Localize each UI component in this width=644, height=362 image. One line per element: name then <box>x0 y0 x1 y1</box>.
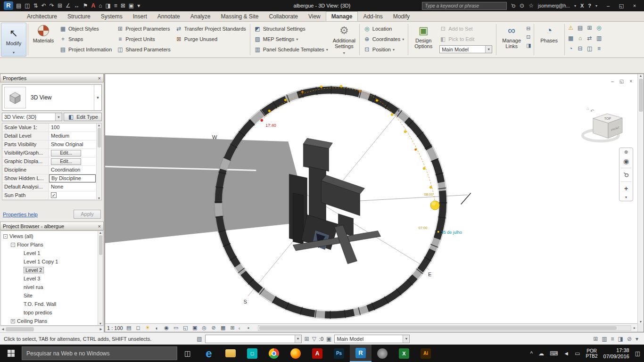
tree-item-nivel-rua[interactable]: nivel rua <box>1 283 103 291</box>
scroll-right-icon[interactable]: ► <box>99 327 103 331</box>
vcb-collapse-icon[interactable]: ‹ <box>239 325 240 331</box>
thin-lines-icon[interactable]: ≡ <box>114 2 117 9</box>
select-underlay-icon[interactable]: ▥ <box>602 336 607 342</box>
property-value[interactable]: Medium <box>49 132 96 140</box>
select-by-id-icon[interactable]: ⊞ <box>585 25 594 35</box>
sun-date-label[interactable]: 25 de julho <box>441 230 462 235</box>
worksets-caret-icon[interactable]: ▼ <box>295 335 301 343</box>
tab-architecture[interactable]: Architecture <box>22 11 62 21</box>
sun-path-icon[interactable]: ☀ <box>144 325 151 331</box>
sun-path-checkbox[interactable]: ✓ <box>51 192 57 198</box>
open-icon[interactable]: ▤ <box>16 2 21 9</box>
view-filter-select[interactable]: 3D View: {3D} ▼ <box>2 113 62 121</box>
pick-to-edit-button[interactable]: ◧ Pick to Edit <box>439 35 492 43</box>
macro-manager-icon[interactable]: ◎ <box>594 25 604 35</box>
selection-filter-icon[interactable]: ▽ <box>312 336 316 342</box>
aligned-dimension-icon[interactable]: ↔ <box>74 2 80 9</box>
default-3d-view-icon[interactable]: ⌂ <box>99 2 102 9</box>
minimize-button[interactable]: – <box>602 3 615 9</box>
browser-scrollbar[interactable]: ▲ ▼ <box>98 231 103 325</box>
expand-icon[interactable]: + <box>11 319 15 323</box>
viewcube[interactable]: ⌂ ↶ TOP FRONT <box>583 106 622 141</box>
crop-view-icon[interactable]: ▭ <box>173 325 180 331</box>
start-button[interactable] <box>0 345 22 362</box>
scroll-up-icon[interactable]: ▲ <box>99 231 102 234</box>
macro-security-icon[interactable]: ▦ <box>566 35 576 45</box>
tree-item-floor-plans[interactable]: - Floor Plans <box>1 240 103 249</box>
tray-volume-icon[interactable]: ◄ <box>563 350 569 357</box>
tab-add-ins[interactable]: Add-Ins <box>358 11 388 21</box>
detail-level-icon[interactable]: ▤ <box>125 325 132 331</box>
tray-cloud-icon[interactable]: ☁ <box>538 350 544 357</box>
edit-selection-icon[interactable]: ◨ <box>526 42 531 49</box>
select-by-face-icon[interactable]: ◨ <box>618 336 623 342</box>
additional-settings-button[interactable]: ⚙ Additional Settings ▾ <box>330 23 358 57</box>
tray-keyboard-icon[interactable]: ⌨ <box>550 350 558 357</box>
viewcube-home-icon[interactable]: ⌂ <box>586 106 589 111</box>
edit-type-button[interactable]: ◧ Edit Type <box>64 113 102 121</box>
snaps-button[interactable]: + Snaps <box>59 35 112 43</box>
viewport-vscrollbar[interactable]: ▲ ▼ <box>637 74 644 323</box>
tree-item-ceiling-plans[interactable]: + Ceiling Plans <box>1 317 103 325</box>
task-view-icon[interactable]: ◫ <box>177 349 198 358</box>
tab-systems[interactable]: Systems <box>96 11 128 21</box>
scale-label[interactable]: 1 : 100 <box>107 325 123 331</box>
transfer-project-standards-button[interactable]: ⇄ Transfer Project Standards <box>175 25 246 33</box>
project-browser-header[interactable]: Project Browser - albergue × <box>0 222 104 230</box>
tab-modify[interactable]: Modify <box>388 11 415 21</box>
list-tool-icon[interactable]: ≡ <box>594 45 604 56</box>
mep-settings-button[interactable]: ▨ MEP Settings ▾ <box>254 35 328 43</box>
property-value[interactable]: Show Original <box>49 140 96 148</box>
select-links-icon[interactable]: ⊞ <box>593 336 598 342</box>
taskbar-app-chrome[interactable] <box>263 345 285 362</box>
project-parameters-button[interactable]: ⊞ Project Parameters <box>116 25 170 33</box>
taskbar-app-acrobat[interactable]: A <box>306 345 328 362</box>
coordinates-button[interactable]: ⊕ Coordinates ▾ <box>363 35 404 43</box>
tab-annotate[interactable]: Annotate <box>152 11 185 21</box>
tray-expand-icon[interactable]: ^ <box>530 350 533 357</box>
taskbar-app-illustrator[interactable]: Ai <box>415 345 437 362</box>
view-close-icon[interactable]: × <box>629 79 632 84</box>
modify-button[interactable]: ↖ Modify <box>6 23 21 50</box>
crop-region-icon[interactable]: ◱ <box>182 325 189 331</box>
scroll-down-icon[interactable]: ▼ <box>98 197 101 200</box>
editable-only-icon[interactable]: ⊞ <box>305 336 309 342</box>
tab-analyze[interactable]: Analyze <box>185 11 216 21</box>
active-design-option-select[interactable]: Main Model ▼ <box>439 45 492 53</box>
section-icon[interactable]: ◨ <box>105 2 110 9</box>
scroll-up-icon[interactable]: ▲ <box>98 123 101 127</box>
properties-scrollbar[interactable]: ▲ ▼ <box>96 123 101 200</box>
language-indicator[interactable]: POR PTB2 <box>586 348 598 359</box>
view-filter-caret-icon[interactable]: ▼ <box>55 113 62 121</box>
tree-item-level-3[interactable]: Level 3 <box>1 274 103 283</box>
search-icon[interactable]: ⚲ <box>510 2 517 9</box>
type-selector[interactable]: 3D View ▼ <box>2 84 102 111</box>
properties-close-icon[interactable]: × <box>98 75 101 81</box>
load-selection-icon[interactable]: ⊡ <box>526 34 531 40</box>
sign-in-caret-icon[interactable]: ▾ <box>574 4 576 8</box>
purge-unused-button[interactable]: ⊠ Purge Unused <box>175 35 246 43</box>
position-button[interactable]: ⊡ Position ▾ <box>363 45 404 54</box>
worksets-select[interactable]: ▼ <box>205 335 302 343</box>
undo-icon[interactable]: ↶ <box>41 2 46 9</box>
tray-network-icon[interactable]: ▭ <box>575 350 580 357</box>
redo-icon[interactable]: ↷ <box>50 2 54 9</box>
tab-view[interactable]: View <box>303 11 326 21</box>
design-options-status-icon[interactable]: ▣ <box>326 336 331 342</box>
taskbar-app-edge[interactable]: e <box>198 345 220 362</box>
add-to-set-button[interactable]: ⊡ Add to Set <box>439 25 492 33</box>
project-browser-close-icon[interactable]: × <box>98 223 101 229</box>
transfer-tool-icon[interactable]: ⇄ <box>585 35 594 45</box>
taskbar-app-store[interactable]: ◻ <box>241 345 263 362</box>
dynamo-icon[interactable]: ⌂ <box>576 35 585 45</box>
mep-settings-caret-icon[interactable]: ▾ <box>296 37 298 41</box>
design-options-button[interactable]: ▣ Design Options <box>410 23 437 57</box>
panel-schedule-templates-button[interactable]: ▥ Panel Schedule Templates ▾ <box>254 45 328 54</box>
revit-app-menu-button[interactable]: R <box>4 1 13 10</box>
scroll-up-icon[interactable]: ▲ <box>639 74 643 77</box>
shadows-icon[interactable]: ◐ <box>154 325 161 331</box>
viewport-hscrollbar[interactable] <box>258 325 631 331</box>
sun[interactable] <box>430 201 439 210</box>
view-restore-icon[interactable]: ◱ <box>619 79 624 84</box>
tab-structure[interactable]: Structure <box>62 11 96 21</box>
